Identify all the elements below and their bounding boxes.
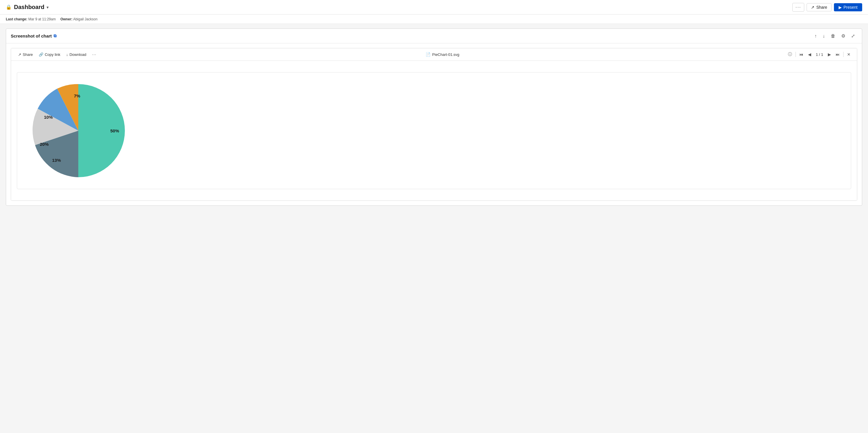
more-options-button[interactable]: ··· <box>792 3 804 12</box>
card-title-text: Screenshot of chart <box>11 33 52 38</box>
last-page-button[interactable]: ⏭ <box>834 51 841 58</box>
file-type-icon: 📄 <box>426 52 431 57</box>
copy-link-label: Copy link <box>45 52 60 57</box>
lock-icon: 🔒 <box>6 4 12 10</box>
link-icon: 🔗 <box>39 52 43 57</box>
pie-chart-svg <box>29 81 128 180</box>
share-icon: ↗ <box>811 5 814 9</box>
share-button[interactable]: ↗ Share <box>807 3 831 11</box>
card-title-area: Screenshot of chart ⧉ <box>11 33 57 38</box>
meta-bar: Last change: Mar 9 at 11:29am Owner: Abi… <box>0 14 868 24</box>
page-title: Dashboard <box>14 4 44 10</box>
move-down-button[interactable]: ↓ <box>820 32 827 40</box>
download-label: Download <box>69 52 87 57</box>
info-button[interactable]: ⓘ <box>786 51 794 58</box>
file-name: PieChart-01.svg <box>432 52 459 57</box>
screenshot-card: Screenshot of chart ⧉ ↑ ↓ 🗑 ⚙ ⤢ ↗ Share … <box>6 29 862 206</box>
separator <box>796 52 796 57</box>
share-file-icon: ↗ <box>18 52 21 57</box>
last-change-label: Last change: Mar 9 at 11:29am <box>6 17 56 21</box>
toolbar-right: ⓘ ⏮ ◀ 1 / 1 ▶ ⏭ ✕ <box>786 51 852 58</box>
download-icon: ↓ <box>66 52 68 57</box>
card-actions: ↑ ↓ 🗑 ⚙ ⤢ <box>812 32 857 40</box>
owner-label: Owner: Abigail Jackson <box>60 17 97 21</box>
delete-button[interactable]: 🗑 <box>829 32 838 40</box>
next-page-button[interactable]: ▶ <box>826 51 833 58</box>
content-area: Screenshot of chart ⧉ ↑ ↓ 🗑 ⚙ ⤢ ↗ Share … <box>0 24 868 433</box>
chart-wrapper: 50% 20% 13% 10% 7% <box>17 72 851 189</box>
file-viewer-toolbar: ↗ Share 🔗 Copy link ↓ Download ··· 📄 Pie… <box>11 48 857 61</box>
chevron-down-icon[interactable]: ▾ <box>46 5 49 9</box>
expand-button[interactable]: ⤢ <box>849 32 857 40</box>
close-viewer-button[interactable]: ✕ <box>845 51 852 58</box>
prev-page-button[interactable]: ◀ <box>806 51 813 58</box>
copy-link-button[interactable]: 🔗 Copy link <box>36 51 63 58</box>
header-left: 🔒 Dashboard ▾ <box>6 4 49 10</box>
present-label: Present <box>843 5 858 9</box>
move-up-button[interactable]: ↑ <box>812 32 819 40</box>
header-right: ··· ↗ Share ▶ Present <box>792 3 862 12</box>
settings-button[interactable]: ⚙ <box>839 32 848 40</box>
external-link-icon[interactable]: ⧉ <box>54 33 57 38</box>
file-name-area: 📄 PieChart-01.svg <box>100 52 785 57</box>
top-header: 🔒 Dashboard ▾ ··· ↗ Share ▶ Present <box>0 0 868 14</box>
present-button[interactable]: ▶ Present <box>834 3 862 11</box>
toolbar-more-button[interactable]: ··· <box>90 51 99 58</box>
pie-chart: 50% 20% 13% 10% 7% <box>29 81 128 180</box>
chart-content: 50% 20% 13% 10% 7% <box>11 61 857 200</box>
share-label: Share <box>816 5 827 9</box>
file-viewer: ↗ Share 🔗 Copy link ↓ Download ··· 📄 Pie… <box>11 48 857 201</box>
segment-50 <box>78 84 125 177</box>
page-info: 1 / 1 <box>814 52 825 57</box>
play-icon: ▶ <box>839 5 842 9</box>
card-header: Screenshot of chart ⧉ ↑ ↓ 🗑 ⚙ ⤢ <box>6 29 862 43</box>
share-file-label: Share <box>23 52 33 57</box>
share-file-button[interactable]: ↗ Share <box>16 51 35 58</box>
download-button[interactable]: ↓ Download <box>64 51 89 58</box>
first-page-button[interactable]: ⏮ <box>798 51 805 58</box>
